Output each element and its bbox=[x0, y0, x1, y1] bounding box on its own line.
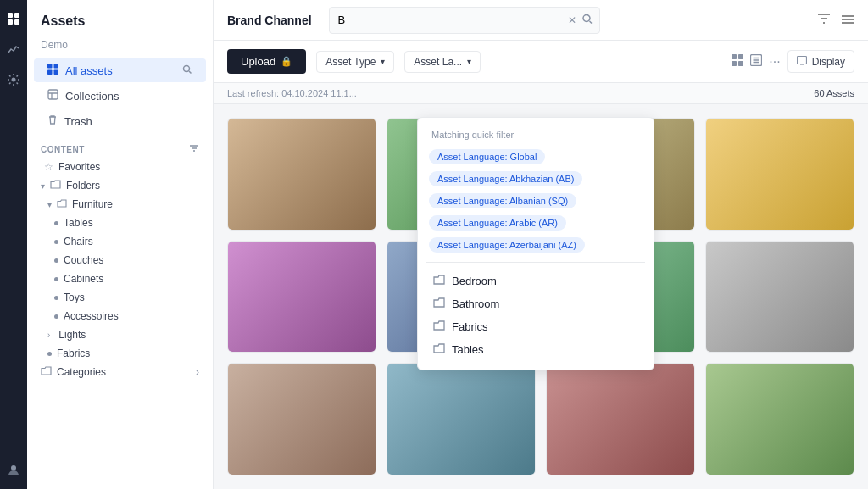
svg-rect-9 bbox=[54, 70, 59, 75]
sidebar-lights[interactable]: › Lights bbox=[27, 325, 213, 344]
display-label: Display bbox=[812, 56, 845, 68]
last-refresh-text: Last refresh: 04.10.2024 11:1... bbox=[227, 88, 357, 98]
filter-tag-albanian[interactable]: Asset Language: Albanian (SQ) bbox=[429, 193, 576, 208]
folder-tables-icon bbox=[433, 343, 445, 356]
display-button[interactable]: Display bbox=[787, 50, 854, 73]
content-section-label: CONTENT bbox=[27, 134, 213, 158]
svg-point-4 bbox=[12, 78, 16, 82]
sidebar-chairs[interactable]: Chairs bbox=[27, 232, 213, 251]
dot-icon bbox=[54, 277, 58, 281]
asset-card[interactable]: Room Interior 9 ## 01.10.2024 18:22 JPG bbox=[227, 363, 376, 475]
svg-rect-0 bbox=[8, 13, 13, 18]
settings-icon[interactable] bbox=[5, 71, 22, 88]
dot-icon bbox=[54, 240, 58, 244]
dashboard-icon[interactable] bbox=[5, 10, 22, 27]
star-icon: ☆ bbox=[44, 161, 53, 173]
user-icon[interactable] bbox=[5, 462, 22, 479]
sidebar-couches[interactable]: Couches bbox=[27, 251, 213, 270]
dropdown-folder-fabrics[interactable]: Fabrics bbox=[426, 315, 645, 338]
svg-rect-1 bbox=[14, 13, 19, 18]
filter-tag-global[interactable]: Asset Language: Global bbox=[429, 149, 545, 164]
dropdown-section-label: Matching quick filter bbox=[426, 126, 645, 147]
svg-rect-8 bbox=[47, 70, 53, 75]
sidebar-item-trash-label: Trash bbox=[64, 115, 92, 128]
sidebar-folders[interactable]: ▾ Folders bbox=[27, 176, 213, 195]
trash-icon bbox=[47, 114, 58, 128]
dropdown-divider bbox=[426, 262, 645, 263]
sidebar-cabinets[interactable]: Cabinets bbox=[27, 270, 213, 288]
dropdown-folder-tables[interactable]: Tables bbox=[426, 338, 645, 361]
lock-icon: 🔒 bbox=[281, 56, 292, 67]
asset-card[interactable]: Room Interior 11 ## 01.10.2024 18:22 JPG bbox=[546, 363, 695, 475]
folder-small-icon bbox=[57, 199, 67, 209]
refresh-bar: Last refresh: 04.10.2024 11:1... 60 Asse… bbox=[214, 83, 868, 104]
sidebar-categories[interactable]: Categories › bbox=[27, 363, 213, 381]
chevron-down-asset-lang-icon: ▾ bbox=[467, 57, 471, 66]
svg-rect-18 bbox=[797, 57, 806, 64]
sidebar-accessoires[interactable]: Accessoires bbox=[27, 307, 213, 325]
hamburger-menu-icon[interactable] bbox=[841, 13, 854, 28]
sidebar-item-all-assets[interactable]: All assets bbox=[34, 58, 206, 82]
topbar: Brand Channel ✕ bbox=[214, 0, 868, 41]
content-area: Upload 🔒 Asset Type ▾ Asset La... ▾ bbox=[214, 41, 868, 489]
asset-card[interactable]: Wooden Train Set Adventure ## 01.10.2024… bbox=[227, 118, 376, 231]
asset-card[interactable]: Room Interior 12 ## 01.10.2024 18:22 JPG bbox=[705, 363, 854, 475]
filter-tag-abkhazian[interactable]: Asset Language: Abkhazian (AB) bbox=[429, 171, 582, 186]
grid-view-icon[interactable] bbox=[732, 54, 743, 69]
folder-fabrics-icon bbox=[433, 320, 445, 333]
search-submit-icon[interactable] bbox=[581, 13, 593, 27]
search-container: ✕ bbox=[329, 7, 600, 34]
grid-icon bbox=[47, 64, 58, 77]
chevron-down-icon: ▾ bbox=[41, 181, 45, 191]
svg-point-10 bbox=[184, 65, 190, 71]
filter-tag-arabic[interactable]: Asset Language: Arabic (AR) bbox=[429, 215, 566, 231]
filter-tags-row: Asset Language: Global Asset Language: A… bbox=[426, 147, 645, 255]
asset-thumbnail bbox=[228, 242, 376, 353]
asset-lang-filter[interactable]: Asset La... ▾ bbox=[404, 51, 481, 73]
dropdown-folder-bathroom[interactable]: Bathroom bbox=[426, 292, 645, 315]
asset-type-filter[interactable]: Asset Type ▾ bbox=[316, 51, 394, 73]
sidebar-favorites[interactable]: ☆ Favorites bbox=[27, 158, 213, 176]
more-options-icon[interactable]: ··· bbox=[769, 54, 780, 69]
sidebar-furniture[interactable]: ▾ Furniture bbox=[27, 195, 213, 214]
asset-card[interactable]: Room Interior 10 ## 01.10.2024 18:22 JPG bbox=[387, 363, 536, 475]
dot-icon bbox=[54, 221, 58, 225]
asset-card[interactable]: Modern Closet Display with Organi... ## … bbox=[705, 241, 854, 353]
sidebar-item-collections[interactable]: Collections bbox=[34, 84, 206, 108]
categories-icon bbox=[41, 366, 52, 378]
topbar-icons bbox=[817, 13, 854, 28]
svg-rect-3 bbox=[14, 19, 19, 25]
toolbar-right: ··· Display bbox=[732, 50, 854, 73]
asset-card[interactable]: Rainbow Stacking Ring Toy ## 01.10.2024 … bbox=[227, 241, 376, 353]
dot-icon bbox=[54, 296, 58, 300]
sidebar: Assets Demo All assets Collections bbox=[27, 0, 214, 489]
assets-count: 60 Assets bbox=[814, 88, 854, 98]
folder-icon bbox=[50, 180, 61, 192]
dot-icon bbox=[47, 352, 52, 356]
asset-thumbnail bbox=[228, 364, 376, 475]
sidebar-toys[interactable]: Toys bbox=[27, 288, 213, 307]
analytics-icon[interactable] bbox=[5, 41, 22, 58]
search-input[interactable] bbox=[329, 7, 600, 34]
sidebar-title: Assets bbox=[27, 0, 213, 36]
search-clear-icon[interactable]: ✕ bbox=[568, 14, 576, 26]
svg-rect-6 bbox=[47, 64, 53, 69]
asset-thumbnail bbox=[387, 364, 535, 475]
content-filter-icon[interactable] bbox=[189, 144, 199, 154]
asset-thumbnail bbox=[547, 364, 694, 475]
svg-rect-14 bbox=[738, 54, 743, 59]
sidebar-item-collections-label: Collections bbox=[65, 90, 120, 103]
filter-tag-azerbaijani[interactable]: Asset Language: Azerbaijani (AZ) bbox=[429, 237, 585, 253]
list-view-icon[interactable] bbox=[750, 54, 762, 69]
upload-button[interactable]: Upload 🔒 bbox=[227, 49, 306, 74]
asset-card[interactable]: Construction Vehicle Play Set ## 01.10.2… bbox=[705, 118, 854, 231]
chevron-down-small-icon: ▾ bbox=[47, 200, 52, 209]
chevron-right-icon: › bbox=[47, 331, 50, 340]
folder-bedroom-icon bbox=[433, 275, 445, 287]
filter-options-icon[interactable] bbox=[817, 13, 831, 28]
sidebar-item-trash[interactable]: Trash bbox=[34, 109, 206, 133]
sidebar-tables[interactable]: Tables bbox=[27, 214, 213, 232]
sidebar-fabrics[interactable]: Fabrics bbox=[27, 344, 213, 363]
dropdown-folder-bedroom[interactable]: Bedroom bbox=[426, 270, 645, 292]
search-small-icon[interactable] bbox=[182, 64, 192, 77]
